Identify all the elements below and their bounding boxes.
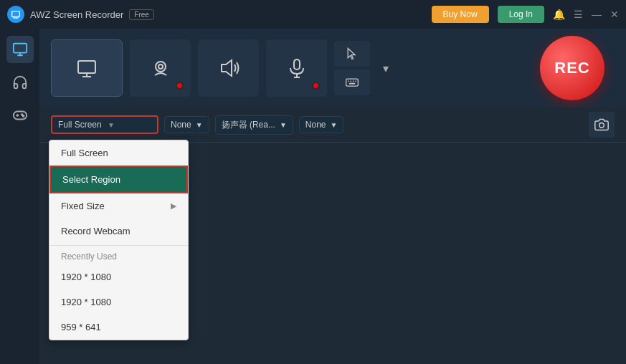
speaker-arrow-icon: ▼	[280, 121, 287, 129]
dropdown-arrow-icon: ▼	[108, 121, 151, 129]
screen-mode-dropdown[interactable]: Full Screen ▼	[51, 115, 158, 134]
keyboard-button[interactable]	[334, 70, 370, 95]
svg-rect-4	[78, 61, 95, 73]
menu-separator	[49, 245, 188, 246]
minimize-icon[interactable]: —	[592, 9, 602, 20]
svg-point-15	[599, 123, 604, 128]
screenshot-button[interactable]	[589, 112, 615, 138]
svg-point-5	[156, 62, 166, 72]
menu-item-res-2[interactable]: 1920 * 1080	[49, 289, 188, 315]
title-bar: AWZ Screen Recorder Free Buy Now Log In …	[0, 0, 626, 29]
dropdown-row: Full Screen ▼ None ▼ 扬声器 (Rea... ▼ None …	[39, 107, 626, 143]
speaker-button[interactable]	[198, 39, 259, 97]
small-controls	[334, 41, 370, 95]
screen-record-button[interactable]	[51, 39, 123, 97]
speaker-dropdown[interactable]: 扬声器 (Rea... ▼	[215, 115, 293, 135]
mic-dropdown[interactable]: None ▼	[299, 116, 344, 133]
svg-point-3	[22, 115, 24, 117]
rec-area: REC	[540, 36, 604, 100]
controls-row: ▾	[51, 36, 534, 100]
app-title: AWZ Screen Recorder	[30, 9, 123, 20]
fixed-size-arrow-icon: ▶	[171, 201, 176, 211]
sidebar-item-audio[interactable]	[6, 69, 34, 96]
menu-icon[interactable]: ☰	[574, 9, 583, 20]
sidebar-item-game[interactable]	[6, 102, 34, 129]
webcam-disabled-badge	[176, 82, 184, 90]
menu-item-record-webcam[interactable]: Record Webcam	[49, 219, 188, 244]
more-options-button[interactable]: ▾	[377, 59, 394, 77]
free-badge: Free	[129, 9, 154, 20]
rec-button[interactable]: REC	[540, 36, 604, 100]
menu-item-full-screen[interactable]: Full Screen	[49, 140, 188, 166]
dropdown-menu: Full Screen Select Region Fixed Size ▶ R…	[49, 140, 189, 340]
menu-recently-used-header: Recently Used	[49, 247, 188, 264]
webcam-button[interactable]	[130, 39, 191, 97]
camera-arrow-icon: ▼	[196, 121, 203, 129]
menu-item-fixed-size[interactable]: Fixed Size ▶	[49, 193, 188, 219]
log-in-button[interactable]: Log In	[498, 6, 544, 23]
svg-rect-8	[294, 59, 300, 70]
app-logo	[7, 6, 24, 23]
menu-item-res-1[interactable]: 1920 * 1080	[49, 264, 188, 289]
menu-item-select-region[interactable]: Select Region	[49, 166, 188, 193]
mic-button[interactable]	[266, 39, 327, 97]
sidebar-item-screen[interactable]	[6, 36, 34, 63]
menu-item-res-3[interactable]: 959 * 641	[49, 315, 188, 340]
cursor-button[interactable]	[334, 41, 370, 67]
notification-icon[interactable]: 🔔	[553, 9, 565, 20]
camera-dropdown[interactable]: None ▼	[164, 116, 209, 133]
svg-rect-9	[346, 79, 359, 86]
close-icon[interactable]: ✕	[610, 9, 619, 20]
svg-rect-1	[13, 44, 26, 53]
title-bar-buttons: Buy Now Log In 🔔 ☰ — ✕	[432, 6, 619, 23]
rec-label: REC	[554, 59, 589, 77]
sidebar	[0, 29, 39, 364]
mic-arrow-icon: ▼	[331, 121, 338, 129]
svg-rect-0	[12, 11, 20, 17]
top-section: ▾ REC	[39, 29, 626, 107]
svg-marker-7	[222, 60, 232, 76]
buy-now-button[interactable]: Buy Now	[432, 6, 489, 23]
mic-disabled-badge	[312, 82, 320, 90]
svg-point-6	[158, 64, 163, 69]
